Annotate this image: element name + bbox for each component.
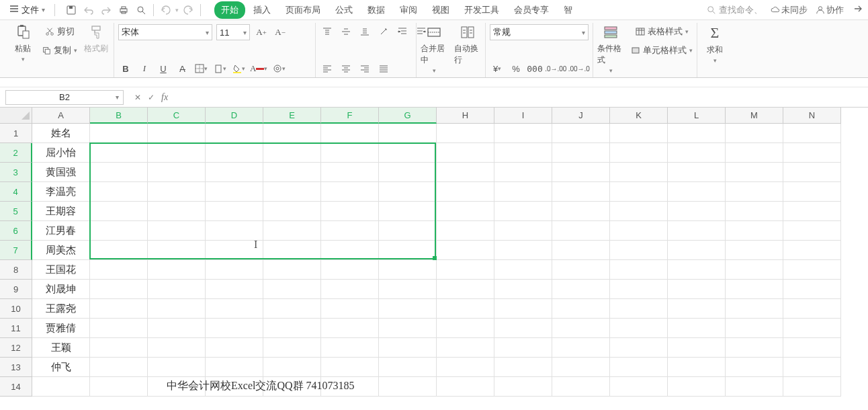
cell[interactable]: [552, 338, 610, 358]
cell[interactable]: [148, 241, 206, 260]
cell[interactable]: [206, 202, 263, 221]
cell[interactable]: [437, 299, 494, 319]
cell[interactable]: 仲飞: [32, 358, 90, 377]
cell[interactable]: [32, 377, 90, 397]
cell[interactable]: [90, 338, 148, 358]
row-header-1[interactable]: 1: [0, 124, 32, 143]
tab-devtools[interactable]: 开发工具: [458, 1, 506, 19]
cell[interactable]: [783, 221, 841, 241]
cell[interactable]: [263, 338, 321, 358]
cell[interactable]: [263, 221, 321, 241]
cell[interactable]: [783, 182, 841, 202]
cell[interactable]: [494, 182, 552, 202]
cell[interactable]: [494, 143, 552, 163]
cell[interactable]: [321, 338, 379, 358]
cell[interactable]: [610, 280, 668, 299]
cell[interactable]: [552, 182, 610, 202]
align-bottom-icon[interactable]: [357, 24, 372, 39]
column-header-A[interactable]: A: [32, 108, 90, 124]
tab-data[interactable]: 数据: [361, 1, 392, 19]
tab-member[interactable]: 会员专享: [507, 1, 556, 19]
cell[interactable]: [90, 182, 148, 202]
tab-formula[interactable]: 公式: [329, 1, 359, 19]
conditional-format-button[interactable]: 条件格式 ▾: [597, 24, 624, 74]
cell[interactable]: [494, 338, 552, 358]
cell[interactable]: [206, 280, 263, 299]
cell[interactable]: [726, 358, 783, 377]
cell[interactable]: [668, 377, 726, 397]
increase-font-icon[interactable]: A+: [254, 25, 269, 40]
cell[interactable]: [263, 280, 321, 299]
cell[interactable]: [437, 319, 494, 338]
cell[interactable]: [783, 299, 841, 319]
cell[interactable]: [321, 143, 379, 163]
cell[interactable]: [610, 221, 668, 241]
cell[interactable]: [206, 299, 263, 319]
cell[interactable]: [148, 143, 206, 163]
cell[interactable]: [668, 319, 726, 338]
phonetic-button[interactable]: ▾: [271, 61, 286, 76]
cell[interactable]: [379, 182, 437, 202]
cell[interactable]: [148, 299, 206, 319]
cell[interactable]: [783, 319, 841, 338]
cell[interactable]: [379, 202, 437, 221]
tab-view[interactable]: 视图: [425, 1, 456, 19]
align-middle-icon[interactable]: [339, 24, 353, 39]
justify-icon[interactable]: [376, 61, 391, 76]
search-commands[interactable]: 查找命令、: [707, 4, 763, 16]
currency-button[interactable]: ¥ ▾: [490, 61, 505, 76]
cell[interactable]: [379, 280, 437, 299]
column-header-G[interactable]: G: [379, 108, 437, 124]
cell[interactable]: [379, 260, 437, 280]
cell[interactable]: [90, 319, 148, 338]
cell[interactable]: 江男春: [32, 221, 90, 241]
align-right-icon[interactable]: [357, 61, 372, 76]
row-header-10[interactable]: 10: [0, 299, 32, 319]
cell[interactable]: [552, 299, 610, 319]
decrease-font-icon[interactable]: A−: [273, 25, 288, 40]
cell[interactable]: [148, 260, 206, 280]
sum-button[interactable]: Σ 求和 ▾: [701, 24, 728, 64]
row-header-4[interactable]: 4: [0, 182, 32, 202]
cell[interactable]: [379, 377, 437, 397]
cell[interactable]: [783, 163, 841, 182]
merge-center-button[interactable]: 合并居中 ▾: [421, 24, 447, 74]
cell[interactable]: [552, 143, 610, 163]
cell[interactable]: [379, 358, 437, 377]
cell[interactable]: [783, 202, 841, 221]
cell[interactable]: 周美杰: [32, 241, 90, 260]
cell[interactable]: [610, 260, 668, 280]
column-header-I[interactable]: I: [494, 108, 552, 124]
cell[interactable]: [321, 202, 379, 221]
cell[interactable]: [668, 241, 726, 260]
table-style-button[interactable]: 表格样式 ▾: [631, 24, 693, 39]
redo-dropdown-icon[interactable]: [180, 2, 196, 18]
cell[interactable]: [321, 221, 379, 241]
cell[interactable]: [552, 163, 610, 182]
column-header-M[interactable]: M: [726, 108, 783, 124]
cell[interactable]: [552, 377, 610, 397]
collaborate[interactable]: 协作: [816, 4, 844, 16]
cell[interactable]: [90, 143, 148, 163]
cell[interactable]: [90, 221, 148, 241]
cell[interactable]: [726, 338, 783, 358]
cell[interactable]: [610, 143, 668, 163]
cell-style-button[interactable]: 单元格样式 ▾: [631, 43, 693, 58]
cell[interactable]: [379, 124, 437, 143]
cell[interactable]: [610, 377, 668, 397]
cell[interactable]: [437, 124, 494, 143]
cell[interactable]: [206, 358, 263, 377]
column-header-K[interactable]: K: [610, 108, 668, 124]
row-header-12[interactable]: 12: [0, 338, 32, 358]
column-header-D[interactable]: D: [206, 108, 263, 124]
cell[interactable]: [437, 377, 494, 397]
cell[interactable]: [437, 358, 494, 377]
formula-input[interactable]: [179, 90, 863, 105]
cell[interactable]: [726, 299, 783, 319]
cell[interactable]: [379, 319, 437, 338]
cell[interactable]: [552, 260, 610, 280]
row-header-5[interactable]: 5: [0, 202, 32, 221]
increase-decimal-icon[interactable]: .0→.00: [546, 61, 566, 76]
bold-button[interactable]: B: [118, 61, 133, 76]
cell[interactable]: [668, 260, 726, 280]
